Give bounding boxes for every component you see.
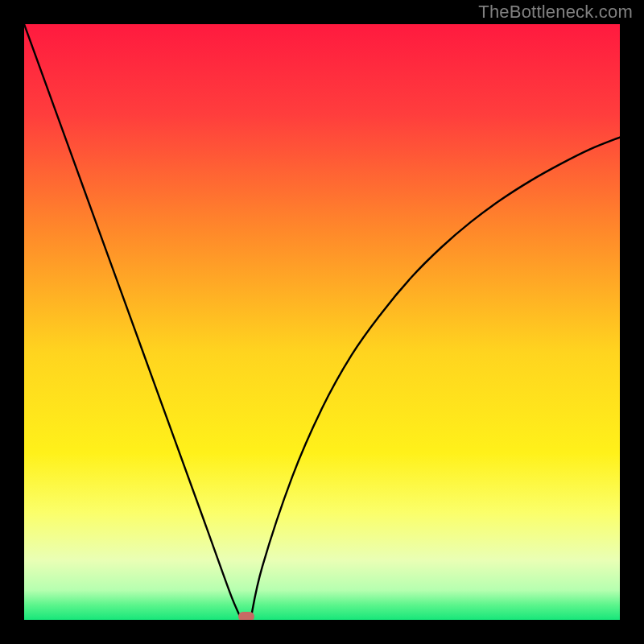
curve-right-branch <box>250 138 620 620</box>
plot-area <box>24 24 620 620</box>
curve-left-branch <box>24 24 242 620</box>
minimum-marker <box>238 612 254 620</box>
watermark-text: TheBottleneck.com <box>478 2 633 23</box>
chart-frame: TheBottleneck.com <box>0 0 644 644</box>
curve-layer <box>24 24 620 620</box>
